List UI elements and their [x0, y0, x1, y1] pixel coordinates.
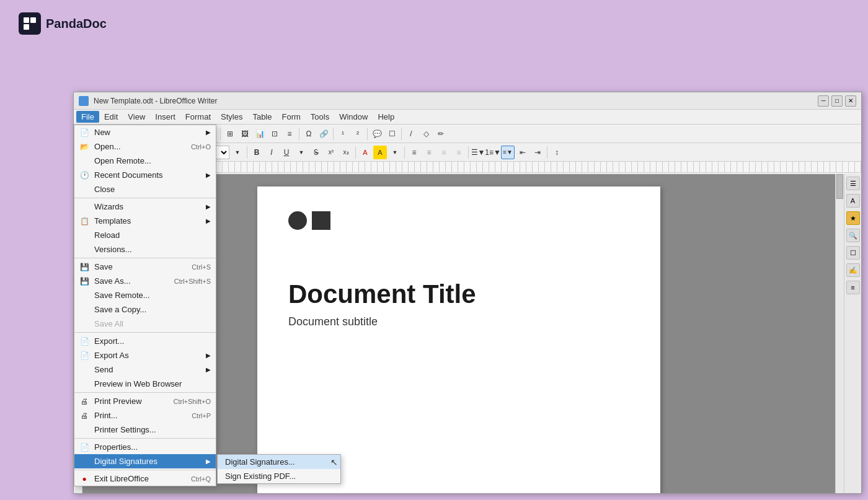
logo-square [312, 211, 330, 230]
toolbar-more[interactable]: ≡ [283, 127, 296, 141]
menu-item-close[interactable]: Close [74, 182, 216, 196]
highlight-arrow[interactable]: ▼ [388, 146, 402, 159]
bullets-button[interactable]: ☰▼ [471, 146, 485, 159]
menu-format[interactable]: Format [180, 111, 216, 123]
toolbar-textbox[interactable]: ⊡ [268, 127, 281, 141]
italic-button[interactable]: I [265, 146, 278, 159]
close-button[interactable]: ✕ [845, 95, 856, 107]
save-all-icon [79, 319, 89, 329]
pandadoc-header: PandaDoc [0, 0, 868, 68]
toolbar-hyperlink[interactable]: 🔗 [317, 127, 330, 141]
file-dropdown-menu: 📄 New ▶ 📂 Open... Ctrl+O Open Remote... … [74, 125, 216, 486]
panel-extra-btn[interactable]: ≡ [846, 281, 860, 294]
panel-signature-btn[interactable]: ✍ [846, 263, 860, 277]
menu-item-export[interactable]: 📄 Export... [74, 334, 216, 348]
toolbar-line[interactable]: / [404, 127, 418, 141]
toolbar-field[interactable]: ☐ [385, 127, 399, 141]
menu-item-save-copy[interactable]: Save a Copy... [74, 302, 216, 317]
menu-item-preview-web[interactable]: Preview in Web Browser [74, 377, 216, 391]
toolbar-special-char[interactable]: Ω [302, 127, 316, 141]
new-arrow: ▶ [206, 129, 211, 136]
menu-form[interactable]: Form [277, 111, 305, 123]
menu-help[interactable]: Help [373, 111, 399, 123]
menu-insert[interactable]: Insert [150, 111, 180, 123]
menu-edit[interactable]: Edit [99, 111, 123, 123]
indent-decrease[interactable]: ⇤ [516, 146, 529, 159]
menu-item-open-remote[interactable]: Open Remote... [74, 154, 216, 168]
submenu-item-digital-sigs[interactable]: Digital Signatures... ↖ [218, 455, 340, 469]
menu-item-save[interactable]: 💾 Save Ctrl+S [74, 260, 216, 274]
menu-item-save-as[interactable]: 💾 Save As... Ctrl+Shift+S [74, 274, 216, 288]
highlight-button[interactable]: A [373, 146, 387, 159]
menu-item-recent[interactable]: 🕐 Recent Documents ▶ [74, 168, 216, 182]
minimize-button[interactable]: ─ [818, 95, 829, 107]
underline-button[interactable]: U [280, 146, 293, 159]
menu-item-new[interactable]: 📄 New ▶ [74, 125, 216, 139]
indent-increase[interactable]: ⇥ [531, 146, 544, 159]
toolbar-comment[interactable]: 💬 [370, 127, 384, 141]
menu-item-exit[interactable]: ● Exit LibreOffice Ctrl+Q [74, 471, 216, 486]
panel-page-btn[interactable]: ☐ [846, 246, 860, 260]
outline-button[interactable]: ≡▼ [501, 146, 515, 159]
menu-item-properties[interactable]: 📄 Properties... [74, 440, 216, 454]
menu-view[interactable]: View [123, 111, 150, 123]
menu-item-save-remote[interactable]: Save Remote... [74, 288, 216, 302]
toolbar-shapes[interactable]: ◇ [419, 127, 433, 141]
print-preview-icon: 🖨 [79, 397, 89, 406]
menu-item-print-preview[interactable]: 🖨 Print Preview Ctrl+Shift+O [74, 394, 216, 408]
save-copy-icon [79, 305, 89, 315]
menu-item-print[interactable]: 🖨 Print... Ctrl+P [74, 408, 216, 423]
menu-tools[interactable]: Tools [306, 111, 334, 123]
align-justify[interactable]: ≡ [452, 146, 466, 159]
underline-arrow[interactable]: ▼ [294, 146, 308, 159]
align-right[interactable]: ≡ [437, 146, 451, 159]
toolbar-table-insert[interactable]: ⊞ [223, 127, 237, 141]
numbering-button[interactable]: 1≡▼ [486, 146, 500, 159]
bold-button[interactable]: B [250, 146, 264, 159]
menu-item-versions[interactable]: Versions... [74, 242, 216, 257]
document-title: Document Title [288, 279, 629, 309]
maximize-button[interactable]: □ [831, 95, 843, 107]
menu-item-open[interactable]: 📂 Open... Ctrl+O [74, 139, 216, 154]
menu-styles[interactable]: Styles [216, 111, 247, 123]
menu-window[interactable]: Window [334, 111, 373, 123]
panel-styles-btn[interactable]: A [846, 194, 860, 208]
menu-table[interactable]: Table [247, 111, 277, 123]
scrollbar-thumb[interactable] [836, 174, 843, 199]
panel-properties-btn[interactable]: ☰ [846, 177, 860, 190]
submenu-item-sign-existing[interactable]: Sign Existing PDF... [218, 469, 340, 483]
toolbar-image[interactable]: 🖼 [238, 127, 252, 141]
menu-item-export-as[interactable]: 📄 Export As ▶ [74, 348, 216, 362]
superscript-button[interactable]: x² [324, 146, 338, 159]
new-icon: 📄 [79, 128, 89, 138]
print-icon: 🖨 [79, 411, 89, 421]
menu-item-wizards[interactable]: Wizards ▶ [74, 200, 216, 214]
align-center[interactable]: ≡ [422, 146, 436, 159]
toolbar-chart[interactable]: 📊 [253, 127, 267, 141]
font-size-arrow[interactable]: ▼ [231, 146, 244, 159]
toolbar-footnote[interactable]: ¹ [336, 127, 350, 141]
menu-file[interactable]: File [76, 111, 99, 123]
font-color-button[interactable]: A [358, 146, 372, 159]
toolbar-draw[interactable]: ✏ [434, 127, 448, 141]
align-left[interactable]: ≡ [407, 146, 421, 159]
tb-separator-13 [547, 146, 547, 159]
strikethrough-button[interactable]: S̶ [309, 146, 323, 159]
wizards-icon [79, 202, 89, 212]
subscript-button[interactable]: x₂ [339, 146, 353, 159]
line-spacing[interactable]: ↕ [550, 146, 564, 159]
document-logo [288, 211, 629, 230]
menu-item-printer-settings[interactable]: Printer Settings... [74, 423, 216, 437]
digital-signatures-submenu: Digital Signatures... ↖ Sign Existing PD… [217, 454, 341, 484]
panel-gallery-btn[interactable]: ★ [846, 211, 860, 225]
menu-item-digital-signatures[interactable]: Digital Signatures ▶ Digital Signatures.… [74, 454, 216, 468]
menu-item-send[interactable]: Send ▶ [74, 362, 216, 377]
open-shortcut: Ctrl+O [191, 143, 211, 151]
menu-item-templates[interactable]: 📋 Templates ▶ [74, 214, 216, 228]
digital-signatures-icon [79, 457, 89, 467]
vertical-scrollbar[interactable] [835, 174, 844, 493]
toolbar-endnote[interactable]: ² [351, 127, 365, 141]
menu-item-reload[interactable]: Reload [74, 228, 216, 242]
panel-search-btn[interactable]: 🔍 [846, 229, 860, 242]
separator-3 [74, 332, 216, 333]
